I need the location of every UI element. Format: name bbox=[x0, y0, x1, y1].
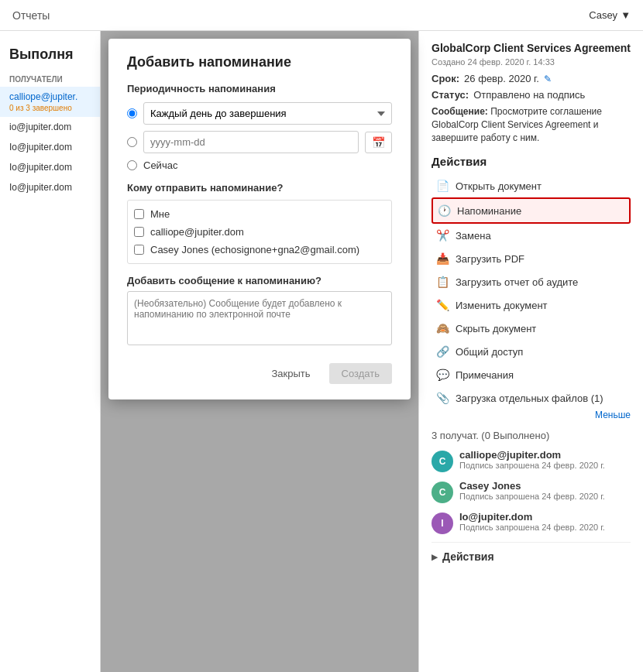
chevron-down-icon: ▼ bbox=[621, 9, 631, 21]
create-button[interactable]: Создать bbox=[329, 363, 392, 384]
doc-title: GlobalCorp Client Services Agreement bbox=[432, 42, 631, 54]
share-icon: 🔗 bbox=[436, 345, 449, 358]
recipient-row-2: I Io@jupiter.dom Подпись запрошена 24 фе… bbox=[432, 511, 631, 534]
center-area: Добавить напоминание Периодичность напом… bbox=[101, 31, 418, 672]
section1-label: Периодичность напоминания bbox=[127, 83, 392, 94]
checkbox-row-0: Мне bbox=[134, 205, 385, 223]
sidebar-item-1[interactable]: io@jupiter.dom bbox=[0, 117, 100, 137]
action-download-audit[interactable]: 📋 Загрузить отчет об аудите bbox=[432, 270, 631, 293]
checkbox-casey[interactable] bbox=[134, 245, 144, 255]
action-reminder[interactable]: 🕐 Напоминание bbox=[432, 197, 631, 224]
recipient-info-2: Io@jupiter.dom Подпись запрошена 24 февр… bbox=[459, 511, 605, 532]
checkbox-calliope[interactable] bbox=[134, 227, 144, 237]
action-pdf-label: Загрузить PDF bbox=[456, 253, 524, 265]
recipient-info-1: Casey Jones Подпись запрошена 24 февр. 2… bbox=[459, 480, 605, 501]
sidebar-email-1: io@jupiter.dom bbox=[9, 122, 91, 132]
action-files[interactable]: 📎 Загрузка отдельных файлов (1) bbox=[432, 386, 631, 410]
action-reminder-label: Напоминание bbox=[457, 205, 521, 217]
status-label: Статус: bbox=[432, 89, 469, 101]
recipient-sub-1: Подпись запрошена 24 февр. 2020 г. bbox=[459, 492, 605, 501]
message-section: Добавить сообщение к напоминанию? bbox=[127, 275, 392, 348]
sidebar-item-3[interactable]: Io@jupiter.dom bbox=[0, 157, 100, 177]
accordion-label: Действия bbox=[442, 550, 494, 563]
recipients-summary: 3 получат. (0 Выполнено) bbox=[432, 430, 631, 441]
date-row: 📅 bbox=[143, 131, 392, 153]
audit-icon: 📋 bbox=[436, 276, 449, 288]
actions-title: Действия bbox=[432, 155, 631, 168]
checkbox-me[interactable] bbox=[134, 209, 144, 219]
sidebar-item-4[interactable]: Io@jupiter.dom bbox=[0, 177, 100, 197]
recipient-row-0: C calliope@jupiter.dom Подпись запрошена… bbox=[432, 449, 631, 472]
action-notes[interactable]: 💬 Примечания bbox=[432, 363, 631, 386]
less-link[interactable]: Меньше bbox=[432, 410, 631, 420]
files-icon: 📎 bbox=[436, 392, 449, 404]
recipient-row-1: C Casey Jones Подпись запрошена 24 февр.… bbox=[432, 480, 631, 503]
radio-row-1: Каждый день до завершения bbox=[127, 102, 392, 125]
checkbox-label-1: calliope@jupiter.dom bbox=[150, 226, 244, 238]
main-layout: Выполня ПОЛУЧАТЕЛИ calliope@jupiter. 0 и… bbox=[0, 31, 643, 672]
avatar-0: C bbox=[432, 451, 453, 472]
action-share-label: Общий доступ bbox=[456, 346, 523, 358]
accordion-actions[interactable]: ▶ Действия bbox=[432, 542, 631, 571]
section3-label: Добавить сообщение к напоминанию? bbox=[127, 275, 392, 286]
doc-icon: 📄 bbox=[436, 180, 449, 192]
recipient-email-2: Io@jupiter.dom bbox=[459, 511, 605, 523]
close-button[interactable]: Закрыть bbox=[263, 363, 320, 384]
radio-date[interactable] bbox=[127, 137, 137, 147]
radio-row-2: 📅 bbox=[127, 131, 392, 153]
message-label: Сообщение: bbox=[432, 106, 488, 117]
date-input[interactable] bbox=[143, 131, 359, 153]
action-edit-label: Изменить документ bbox=[456, 300, 548, 311]
user-menu[interactable]: Casey ▼ bbox=[589, 9, 631, 21]
option-now-label: Сейчас bbox=[143, 159, 177, 171]
deadline-row: Срок: 26 февр. 2020 г. ✎ bbox=[432, 73, 631, 84]
action-share[interactable]: 🔗 Общий доступ bbox=[432, 340, 631, 363]
sidebar-item-2[interactable]: Io@jupiter.dom bbox=[0, 137, 100, 157]
action-edit-doc[interactable]: ✏️ Изменить документ bbox=[432, 293, 631, 317]
scissors-icon: ✂️ bbox=[436, 229, 449, 242]
sidebar-sub-0: 0 из 3 завершено bbox=[9, 104, 91, 112]
chevron-right-icon: ▶ bbox=[432, 553, 438, 561]
modal-buttons: Закрыть Создать bbox=[127, 363, 392, 384]
checkbox-label-0: Мне bbox=[150, 208, 170, 220]
action-audit-label: Загрузить отчет об аудите bbox=[456, 276, 578, 288]
doc-created: Создано 24 февр. 2020 г. 14:33 bbox=[432, 57, 631, 67]
checkbox-label-2: Casey Jones (echosignone+gna2@gmail.com) bbox=[150, 244, 359, 255]
recipients-label: ПОЛУЧАТЕЛИ bbox=[0, 69, 100, 87]
calendar-button[interactable]: 📅 bbox=[365, 132, 392, 153]
modal-title: Добавить напоминание bbox=[127, 54, 392, 70]
sidebar-email-3: Io@jupiter.dom bbox=[9, 162, 91, 173]
user-name: Casey bbox=[589, 9, 617, 21]
top-bar: Отчеты Casey ▼ bbox=[0, 0, 643, 31]
sidebar-email-2: Io@jupiter.dom bbox=[9, 142, 91, 153]
right-panel: GlobalCorp Client Services Agreement Соз… bbox=[418, 31, 643, 672]
checkbox-section: Кому отправить напоминание? Мне calliope… bbox=[127, 182, 392, 264]
recipient-name-1: Casey Jones bbox=[459, 480, 605, 492]
modal-dialog: Добавить напоминание Периодичность напом… bbox=[108, 39, 411, 399]
clock-icon: 🕐 bbox=[438, 204, 451, 217]
checkbox-row-1: calliope@jupiter.dom bbox=[134, 223, 385, 241]
action-replace[interactable]: ✂️ Замена bbox=[432, 224, 631, 247]
edit-deadline-icon[interactable]: ✎ bbox=[544, 74, 552, 84]
action-download-pdf[interactable]: 📥 Загрузить PDF bbox=[432, 247, 631, 270]
recipient-email-0: calliope@jupiter.dom bbox=[459, 449, 605, 461]
checkbox-row-2: Casey Jones (echosignone+gna2@gmail.com) bbox=[134, 241, 385, 259]
radio-daily[interactable] bbox=[127, 108, 137, 118]
avatar-2: I bbox=[432, 513, 453, 534]
sidebar-item-0[interactable]: calliope@jupiter. 0 из 3 завершено bbox=[0, 87, 100, 117]
message-textarea[interactable] bbox=[127, 291, 392, 345]
sidebar-email-4: Io@jupiter.dom bbox=[9, 182, 91, 193]
modal-overlay: Добавить напоминание Периодичность напом… bbox=[101, 31, 418, 672]
action-hide-label: Скрыть документ bbox=[456, 323, 536, 334]
action-open-doc[interactable]: 📄 Открыть документ bbox=[432, 174, 631, 197]
status-value: Отправлено на подпись bbox=[473, 89, 585, 101]
pdf-icon: 📥 bbox=[436, 252, 449, 265]
hide-icon: 🙈 bbox=[436, 322, 449, 334]
period-select[interactable]: Каждый день до завершения bbox=[143, 102, 392, 125]
deadline-label: Срок: bbox=[432, 73, 459, 84]
radio-now[interactable] bbox=[127, 160, 137, 170]
status-row: Статус: Отправлено на подпись bbox=[432, 89, 631, 101]
action-hide-doc[interactable]: 🙈 Скрыть документ bbox=[432, 317, 631, 340]
action-files-label: Загрузка отдельных файлов (1) bbox=[456, 393, 603, 404]
radio-row-3: Сейчас bbox=[127, 159, 392, 171]
